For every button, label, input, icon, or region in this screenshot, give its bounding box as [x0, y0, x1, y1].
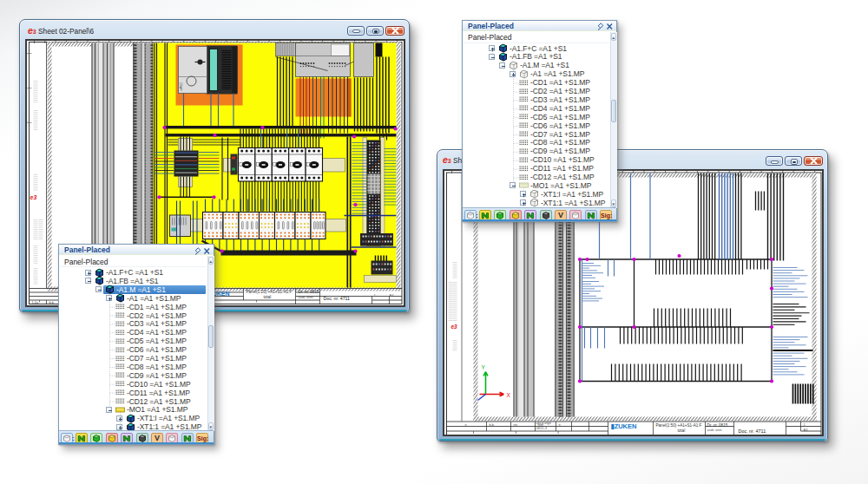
- svg-text:e3: e3: [30, 193, 37, 199]
- svg-text:ePLC: ePLC: [179, 82, 183, 90]
- svg-text:e3: e3: [451, 324, 458, 330]
- svg-text:total: total: [678, 428, 686, 433]
- svg-text:Panel(1:20) +A1+S1-A1:F: Panel(1:20) +A1+S1-A1:F: [247, 290, 293, 294]
- svg-text:b.b: b.b: [49, 299, 55, 304]
- svg-text:X: X: [507, 392, 511, 398]
- svg-text:n: n: [465, 422, 467, 427]
- svg-text:Dr. nr. 0815: Dr. nr. 0815: [299, 289, 319, 293]
- svg-text:Doc. nr. 4711: Doc. nr. 4711: [324, 295, 351, 300]
- svg-text:1.0a: 1.0a: [32, 299, 40, 304]
- svg-text:b.b: b.b: [490, 422, 495, 427]
- svg-text:0815-3: 0815-3: [536, 426, 548, 430]
- svg-text:nn: nn: [514, 422, 517, 427]
- svg-text:Y: Y: [482, 364, 486, 370]
- svg-text:total: total: [264, 295, 272, 299]
- svg-text:Panel(1:50) +A1+S1-A1:F: Panel(1:50) +A1+S1-A1:F: [656, 423, 702, 428]
- svg-text:asdc snm: asdc snm: [299, 295, 314, 299]
- svg-text:asdc snm: asdc snm: [707, 428, 723, 432]
- svg-text:abcd efgh: abcd efgh: [536, 421, 552, 425]
- svg-text:▮ZUKEN: ▮ZUKEN: [611, 422, 637, 430]
- svg-text:A3: A3: [804, 428, 809, 432]
- svg-text:A3: A3: [390, 292, 395, 297]
- svg-text:Doc. nr. 4711: Doc. nr. 4711: [739, 428, 766, 434]
